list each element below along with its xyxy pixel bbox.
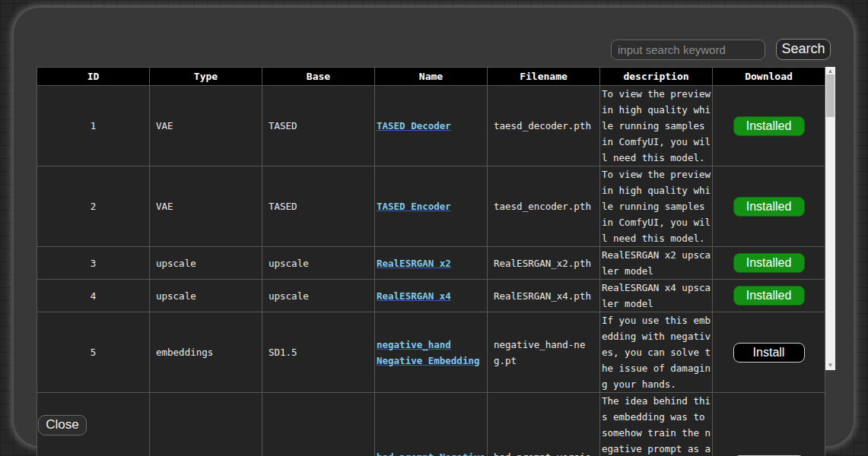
cell-id: 3 xyxy=(37,247,150,280)
column-header-id: ID xyxy=(37,68,150,86)
column-header-description: description xyxy=(600,68,713,86)
column-header-download: Download xyxy=(713,68,825,86)
column-header-base: Base xyxy=(262,68,375,86)
cell-id: 2 xyxy=(37,166,150,247)
model-name-link[interactable]: negative_hand Negative Embedding xyxy=(377,339,479,366)
cell-base: upscale xyxy=(262,280,375,312)
cell-description: To view the preview in high quality whil… xyxy=(600,166,713,247)
cell-type: VAE xyxy=(150,166,262,247)
close-button[interactable]: Close xyxy=(38,415,87,435)
installed-button[interactable]: Installed xyxy=(733,116,805,136)
cell-name: TASED Encoder xyxy=(375,166,488,247)
table-row: 3upscaleupscale RealESRGAN x2RealESRGAN_… xyxy=(37,247,825,280)
scrollbar-thumb[interactable] xyxy=(826,74,835,117)
cell-id: 5 xyxy=(37,312,150,393)
search-input[interactable] xyxy=(611,40,765,60)
installed-button[interactable]: Installed xyxy=(733,253,805,273)
table-row: 4upscaleupscale RealESRGAN x4RealESRGAN_… xyxy=(37,280,825,312)
cell-description: RealESRGAN x4 upscaler model xyxy=(600,280,713,312)
cell-id: 1 xyxy=(37,86,150,166)
column-header-name: Name xyxy=(375,68,488,86)
model-table: IDTypeBaseNameFilenamedescriptionDownloa… xyxy=(37,67,825,456)
model-name-link[interactable]: RealESRGAN x4 xyxy=(377,290,451,302)
cell-filename: RealESRGAN_x4.pth xyxy=(488,280,600,312)
cell-filename: taesd_decoder.pth xyxy=(488,86,600,166)
cell-filename: RealESRGAN_x2.pth xyxy=(488,247,600,280)
table-scrollbar[interactable]: ▲ ▼ xyxy=(825,67,835,370)
cell-description: If you use this embedding with negatives… xyxy=(600,312,713,393)
cell-download: Installed xyxy=(713,166,825,247)
table-row: 5embeddingsSD1.5 negative_hand Negative … xyxy=(37,312,825,393)
cell-download: Installed xyxy=(713,247,825,280)
model-name-link[interactable]: bad_prompt Negative Embedding xyxy=(377,451,485,456)
cell-name: TASED Decoder xyxy=(375,86,488,166)
table-row: 6embeddingsSD1.5 bad_prompt Negative Emb… xyxy=(37,393,825,456)
cell-download: Installed xyxy=(713,86,825,166)
cell-filename: negative_hand-neg.pt xyxy=(488,312,600,393)
cell-name: RealESRGAN x2 xyxy=(375,247,488,280)
cell-download: Install xyxy=(713,393,825,456)
cell-download: Install xyxy=(713,312,825,393)
cell-type: embeddings xyxy=(150,393,262,456)
cell-type: embeddings xyxy=(150,312,262,393)
table-row: 2VAETASED TASED Encodertaesd_encoder.pth… xyxy=(37,166,825,247)
cell-filename: bad_prompt_version2-neg.pt xyxy=(488,393,600,456)
model-name-link[interactable]: TASED Decoder xyxy=(377,120,451,131)
cell-type: upscale xyxy=(150,280,262,312)
cell-download: Installed xyxy=(713,280,825,312)
table-row: 1VAETASED TASED Decodertaesd_decoder.pth… xyxy=(37,86,825,166)
installed-button[interactable]: Installed xyxy=(733,197,805,217)
cell-filename: taesd_encoder.pth xyxy=(488,166,600,247)
model-name-link[interactable]: RealESRGAN x2 xyxy=(377,258,451,269)
comfyui-canvas: { "search": { "placeholder": "input sear… xyxy=(0,0,868,456)
cell-name: RealESRGAN x4 xyxy=(375,280,488,312)
column-header-filename: Filename xyxy=(488,68,600,86)
search-button[interactable]: Search xyxy=(776,39,831,60)
table-header-row: IDTypeBaseNameFilenamedescriptionDownloa… xyxy=(37,68,825,86)
cell-name: bad_prompt Negative Embedding xyxy=(375,393,488,456)
cell-id: 4 xyxy=(37,280,150,312)
cell-base: TASED xyxy=(262,86,375,166)
model-manager-dialog: Search IDTypeBaseNameFilenamedescription… xyxy=(14,8,854,446)
cell-base: TASED xyxy=(262,166,375,247)
installed-button[interactable]: Installed xyxy=(733,286,805,306)
cell-base: SD1.5 xyxy=(262,312,375,393)
cell-type: upscale xyxy=(150,247,262,280)
cell-base: upscale xyxy=(262,247,375,280)
cell-description: RealESRGAN x2 upscaler model xyxy=(600,247,713,280)
cell-type: VAE xyxy=(150,86,262,166)
cell-base: SD1.5 xyxy=(262,393,375,456)
install-button[interactable]: Install xyxy=(733,343,805,363)
scroll-down-icon[interactable]: ▼ xyxy=(825,361,835,370)
cell-description: To view the preview in high quality whil… xyxy=(600,86,713,166)
cell-description: The idea behind this embedding was to so… xyxy=(600,393,713,456)
cell-name: negative_hand Negative Embedding xyxy=(375,312,488,393)
model-name-link[interactable]: TASED Encoder xyxy=(377,201,451,212)
column-header-type: Type xyxy=(150,68,262,86)
